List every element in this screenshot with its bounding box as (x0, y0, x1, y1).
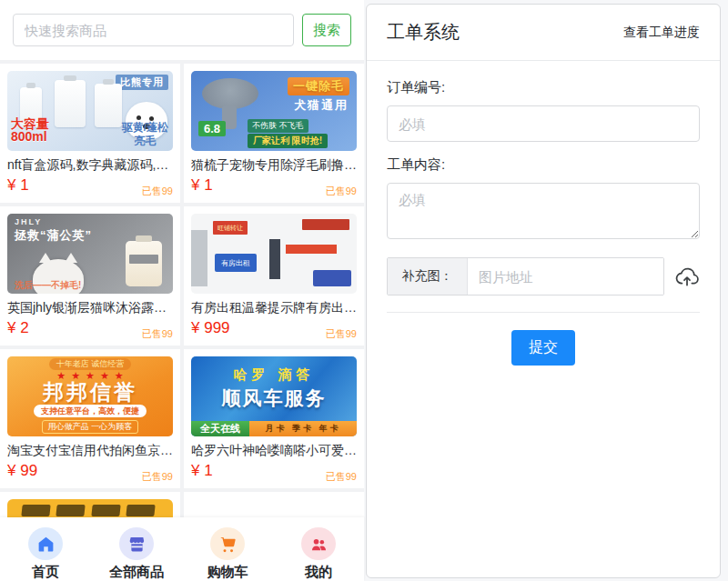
product-image: 十年老店 诚信经营 ★★★★★ 邦邦信誉 支持任意平台，高效，便捷 用心做产品 … (7, 356, 173, 436)
image-overlay-text: 比熊专用 (116, 75, 168, 90)
product-title: 猫梳子宠物专用除浮毛刷撸猫神... (191, 156, 357, 174)
sign-shape (302, 219, 349, 230)
image-overlay-text: 犬猫通用 (294, 97, 349, 114)
partial-image-text (22, 505, 155, 516)
image-overlay-text: 不伤肤 不飞毛 (248, 119, 308, 133)
submit-row: 提交 (387, 330, 700, 366)
sign-shape (286, 245, 337, 254)
image-overlay-text: 一键除毛 (288, 77, 349, 95)
product-sold-badge: 已售99 (326, 185, 357, 198)
product-sold-badge: 已售99 (326, 327, 357, 341)
product-title: 哈罗六叶神哈喽嘀嗒小可爱滴答... (191, 442, 357, 459)
cart-icon (210, 527, 245, 560)
product-title: 英国jhly银渐层猫咪沐浴露宠物除... (7, 299, 173, 316)
image-overlay-text: 邦邦信誉 (43, 381, 137, 404)
app-window: 搜索 比熊专用 大容量800ml 驱黄/蓬松亮毛 n (0, 0, 728, 581)
image-overlay-text: 全天在线 (191, 421, 249, 436)
image-overlay-text: 用心做产品 一心为顾客 (42, 420, 139, 434)
product-title: 有房出租温馨提示牌有房出租牌... (191, 299, 357, 316)
search-bar: 搜索 (0, 0, 364, 60)
user-group-icon (301, 527, 336, 560)
bottle-shape (126, 241, 162, 286)
image-overlay-text: 哈罗 滴答 (191, 366, 357, 384)
order-number-label: 订单编号: (387, 79, 700, 96)
product-card[interactable]: 十年老店 诚信经营 ★★★★★ 邦邦信誉 支持任意平台，高效，便捷 用心做产品 … (0, 349, 180, 488)
shop-pane: 搜索 比熊专用 大容量800ml 驱黄/蓬松亮毛 n (0, 0, 364, 581)
image-url-input[interactable] (468, 258, 663, 295)
store-icon (119, 527, 154, 560)
product-title: 淘宝支付宝信用代拍闲鱼京东好... (7, 442, 173, 459)
product-card[interactable]: 比熊专用 大容量800ml 驱黄/蓬松亮毛 nft盲盒源码,数字典藏源码,收藏 … (0, 64, 180, 203)
order-number-input[interactable] (387, 105, 700, 142)
image-overlay-text: JHLY (15, 217, 42, 226)
wall-shape (191, 230, 207, 286)
view-progress-link[interactable]: 查看工单进度 (623, 25, 700, 41)
image-overlay-text: 拯救“蒲公英” (15, 227, 92, 244)
image-url-group: 补充图： (387, 257, 664, 296)
image-overlay-text: 厂家让利 限时抢! (248, 134, 328, 148)
product-sold-badge: 已售99 (142, 185, 173, 198)
search-input[interactable] (13, 14, 294, 46)
sign-shape: 有房出租 (215, 254, 257, 272)
brush-shape (202, 78, 258, 109)
bottle-shape (95, 84, 122, 127)
image-overlay-text: 洗后——不掉毛! (15, 279, 81, 292)
sign-shape (313, 270, 351, 286)
tab-label: 全部商品 (109, 564, 164, 581)
workorder-form: 订单编号: 工单内容: 补充图： 提交 (367, 61, 720, 378)
tab-cart[interactable]: 购物车 (182, 517, 273, 581)
home-icon (28, 527, 63, 560)
image-overlay-text: 顺风车服务 (191, 386, 357, 411)
product-sold-badge: 已售99 (326, 470, 357, 484)
bottle-shape (55, 80, 86, 127)
product-image: 哈罗 滴答 顺风车服务 全天在线 月卡 季卡 年卡 (191, 356, 357, 436)
product-image: JHLY 拯救“蒲公英” 洗后——不掉毛! (7, 214, 173, 294)
sign-shape: 旺铺转让 (213, 221, 248, 235)
tab-all-products[interactable]: 全部商品 (91, 517, 182, 581)
tab-label: 购物车 (207, 564, 248, 581)
image-price-tag: 6.8 (198, 121, 226, 136)
cloud-upload-icon[interactable] (674, 264, 700, 289)
image-overlay-text: 支持任意平台，高效，便捷 (34, 405, 147, 417)
workorder-content-label: 工单内容: (387, 156, 700, 174)
door-shape (269, 239, 280, 279)
tab-home[interactable]: 首页 (0, 517, 91, 581)
tab-label: 我的 (305, 564, 332, 581)
tabbar: 首页 全部商品 购物车 我的 (0, 517, 364, 581)
form-divider (387, 312, 700, 313)
search-button[interactable]: 搜索 (302, 14, 351, 46)
product-card[interactable]: 旺铺转让 有房出租 有房出租温馨提示牌有房出租牌... ¥ 999 已售99 (184, 206, 364, 346)
product-card[interactable]: 一键除毛 犬猫通用 6.8 不伤肤 不飞毛 厂家让利 限时抢! 猫梳子宠物专用除… (184, 64, 364, 203)
tab-label: 首页 (32, 564, 59, 581)
product-image: 比熊专用 大容量800ml 驱黄/蓬松亮毛 (7, 71, 173, 151)
product-card[interactable]: 哈罗 滴答 顺风车服务 全天在线 月卡 季卡 年卡 哈罗六叶神哈喽嘀嗒小可爱滴答… (184, 349, 364, 488)
product-card[interactable]: JHLY 拯救“蒲公英” 洗后——不掉毛! 英国jhly银渐层猫咪沐浴露宠物除.… (0, 206, 180, 346)
product-image: 一键除毛 犬猫通用 6.8 不伤肤 不飞毛 厂家让利 限时抢! (191, 71, 357, 151)
product-title: nft盲盒源码,数字典藏源码,收藏 ... (7, 156, 173, 174)
submit-button[interactable]: 提交 (511, 330, 575, 366)
product-image: 旺铺转让 有房出租 (191, 214, 357, 294)
image-footer-band: 全天在线 月卡 季卡 年卡 (191, 421, 357, 436)
panel-title: 工单系统 (387, 20, 460, 45)
image-overlay-text: 十年老店 诚信经营 (49, 358, 132, 370)
tab-mine[interactable]: 我的 (273, 517, 364, 581)
product-grid: 比熊专用 大容量800ml 驱黄/蓬松亮毛 nft盲盒源码,数字典藏源码,收藏 … (0, 60, 364, 581)
image-upload-row: 补充图： (387, 257, 700, 296)
workorder-content-textarea[interactable] (387, 183, 700, 239)
image-overlay-text: 驱黄/蓬松亮毛 (122, 121, 168, 147)
product-sold-badge: 已售99 (142, 470, 173, 484)
workorder-header: 工单系统 查看工单进度 (367, 5, 720, 61)
image-overlay-text: 大容量800ml (11, 117, 49, 144)
image-overlay-text: 月卡 季卡 年卡 (249, 421, 357, 436)
image-url-label: 补充图： (388, 258, 468, 295)
product-sold-badge: 已售99 (142, 327, 173, 341)
workorder-panel: 工单系统 查看工单进度 订单编号: 工单内容: 补充图： 提交 (366, 4, 721, 578)
